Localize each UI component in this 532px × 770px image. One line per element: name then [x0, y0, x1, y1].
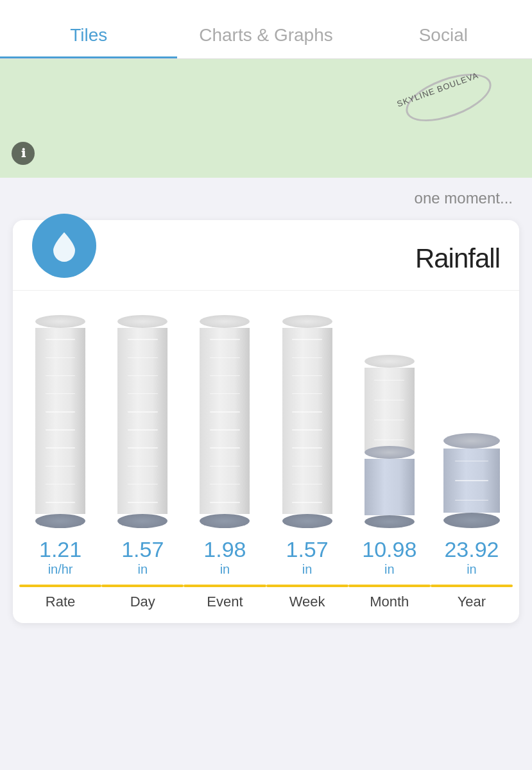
tick-mark	[374, 400, 404, 401]
cyl-top	[282, 315, 332, 328]
chart-col-month: 10.98 in Month	[348, 310, 431, 610]
tick-mark	[128, 429, 158, 431]
col-value-week: 1.57	[286, 537, 329, 562]
status-text: one moment...	[0, 178, 532, 214]
col-divider-year	[431, 585, 513, 587]
cylinder-wrap-event	[200, 310, 250, 528]
col-value-day: 1.57	[121, 537, 164, 562]
tick-mark	[292, 375, 322, 377]
col-unit-year: in	[467, 562, 477, 577]
card-title: Rainfall	[415, 243, 500, 274]
tick-mark	[210, 484, 240, 485]
card-header: Rainfall	[13, 220, 519, 291]
tick-mark	[46, 484, 76, 485]
tick-marks	[200, 328, 250, 514]
tick-mark	[46, 429, 76, 431]
tick-mark	[128, 466, 158, 467]
tick-mark	[292, 393, 322, 395]
chart-col-rate: 1.21 in/hr Rate	[19, 310, 101, 610]
cyl-top	[117, 315, 167, 328]
chart-col-event: 1.98 in Event	[184, 310, 266, 610]
tab-tiles[interactable]: Tiles	[0, 25, 177, 51]
chart-col-day: 1.57 in Day	[101, 310, 184, 610]
tick-mark	[292, 484, 322, 485]
tick-mark	[46, 357, 76, 359]
tick-mark	[128, 357, 158, 359]
tick-mark	[292, 339, 322, 340]
tick-mark	[128, 411, 158, 413]
col-label-event: Event	[207, 594, 243, 610]
col-divider-rate	[19, 585, 101, 587]
col-label-day: Day	[130, 594, 155, 610]
tick-marks	[282, 328, 332, 514]
map-info-button[interactable]: ℹ	[12, 142, 35, 165]
cyl-body-empty	[200, 328, 250, 514]
cyl-bottom	[282, 514, 332, 528]
tick-mark	[46, 339, 76, 340]
tick-mark	[292, 411, 322, 413]
tab-charts[interactable]: Charts & Graphs	[177, 25, 354, 51]
tick-mark	[292, 447, 322, 449]
tick-mark	[210, 502, 240, 503]
tick-mark	[46, 466, 76, 467]
rainfall-card: Rainfall 1.21 in/hr Rate	[13, 220, 519, 623]
cyl-bottom	[443, 513, 500, 528]
tick-mark	[210, 339, 240, 340]
tick-mark	[210, 375, 240, 377]
cyl-top	[35, 315, 85, 328]
tick-mark	[210, 393, 240, 395]
cylinder-wrap-day	[117, 310, 167, 528]
col-divider-day	[101, 585, 184, 587]
tick-mark	[128, 447, 158, 449]
tick-mark	[374, 440, 404, 441]
cyl-fill-top	[365, 446, 415, 459]
tick-mark	[46, 411, 76, 413]
cylinder-week	[282, 315, 332, 528]
tick-mark	[128, 502, 158, 503]
tab-social[interactable]: Social	[355, 25, 532, 51]
tick-mark	[455, 480, 489, 481]
tick-mark	[128, 339, 158, 340]
cylinder-rate	[35, 315, 85, 528]
col-unit-month: in	[384, 562, 395, 577]
cyl-body	[443, 449, 500, 513]
cyl-body-empty	[117, 328, 167, 514]
col-label-rate: Rate	[46, 594, 75, 610]
cylinder-wrap-week	[282, 310, 332, 528]
col-value-month: 10.98	[362, 537, 416, 562]
chart-area: 1.21 in/hr Rate 1.57 in Day	[13, 291, 519, 610]
cylinder-month	[365, 355, 415, 528]
tick-mark	[46, 375, 76, 377]
rainfall-icon	[32, 214, 96, 278]
col-label-month: Month	[370, 594, 409, 610]
tick-mark	[210, 357, 240, 359]
map-area: SKYLINE BOULEVA ℹ	[0, 59, 532, 178]
cyl-top	[365, 355, 415, 368]
tick-mark	[210, 429, 240, 431]
tick-mark	[46, 447, 76, 449]
col-unit-rate: in/hr	[48, 562, 73, 577]
tick-mark	[292, 357, 322, 359]
tab-bar: Tiles Charts & Graphs Social	[0, 0, 532, 59]
tick-mark	[128, 393, 158, 395]
cyl-top	[200, 315, 250, 328]
col-label-week: Week	[289, 594, 325, 610]
cyl-bottom	[35, 514, 85, 528]
tick-mark	[128, 375, 158, 377]
tick-marks	[365, 368, 415, 452]
cyl-top	[443, 433, 500, 449]
tick-mark	[128, 484, 158, 485]
tick-mark	[210, 447, 240, 449]
tick-mark	[292, 466, 322, 467]
cylinder-wrap-month	[365, 310, 415, 528]
tick-mark	[455, 500, 489, 501]
tick-mark	[46, 393, 76, 395]
tick-mark	[210, 466, 240, 467]
cylinder-year	[447, 433, 497, 528]
col-value-year: 23.92	[444, 537, 499, 562]
tick-marks	[35, 328, 85, 514]
water-drop-icon	[47, 228, 82, 263]
chart-col-year: 23.92 in Year	[431, 310, 513, 610]
col-value-rate: 1.21	[39, 537, 82, 562]
tick-mark	[455, 461, 489, 462]
